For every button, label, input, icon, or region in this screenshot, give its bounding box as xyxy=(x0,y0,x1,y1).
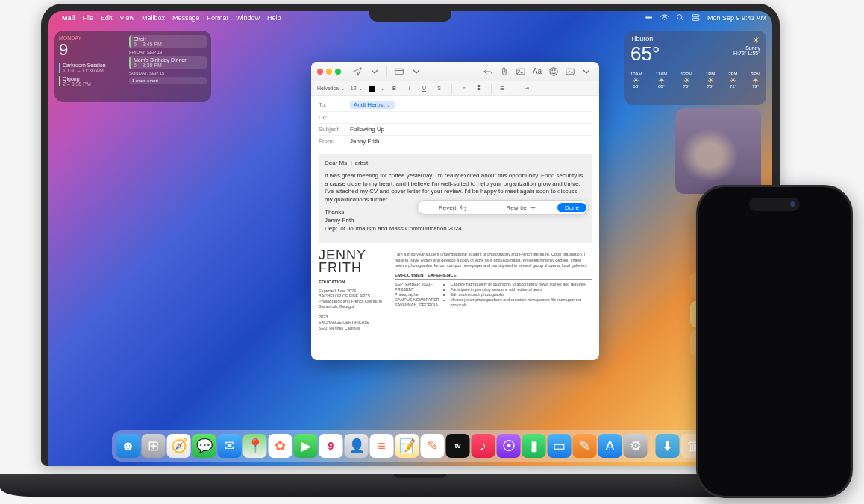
italic-button[interactable]: I xyxy=(405,86,414,91)
dock-pages-icon[interactable]: ✎ xyxy=(573,434,597,458)
body-sig-dept: Dept. of Journalism and Mass Communicati… xyxy=(325,225,462,232)
indent-button[interactable]: ⇥⌄ xyxy=(524,86,533,92)
wifi-icon[interactable] xyxy=(660,13,669,23)
menu-mailbox[interactable]: Mailbox xyxy=(142,14,165,22)
photos-widget[interactable] xyxy=(675,108,761,194)
battery-icon[interactable] xyxy=(645,13,653,23)
bold-button[interactable]: B xyxy=(390,86,399,91)
calendar-day-header: SUNDAY, SEP 15 xyxy=(129,71,207,75)
underline-button[interactable]: U xyxy=(420,86,429,91)
dock-separator xyxy=(651,435,652,456)
close-button[interactable] xyxy=(317,69,323,75)
calendar-event: Darkroom Session 10:30 – 11:30 AM xyxy=(59,63,126,73)
font-size: 12 xyxy=(351,86,357,91)
emoji-icon[interactable] xyxy=(547,66,560,78)
resume-education: Expected June 2024 BACHELOR OF FINE ARTS… xyxy=(319,289,386,331)
calendar-widget[interactable]: MONDAY 9 Darkroom Session 10:30 – 11:30 … xyxy=(54,31,211,102)
menu-view[interactable]: View xyxy=(120,14,134,22)
cc-row[interactable]: Cc: xyxy=(319,112,592,124)
body-greeting: Dear Ms. Herbst, xyxy=(325,160,586,168)
calendar-more[interactable]: 1 more event xyxy=(129,77,207,84)
align-button[interactable]: ≡ xyxy=(460,86,469,91)
svg-point-16 xyxy=(554,69,555,70)
svg-point-3 xyxy=(677,14,682,19)
menu-window[interactable]: Window xyxy=(236,14,260,22)
resume-emp-bullets: Capture high-quality photographs to acco… xyxy=(451,282,592,309)
dock-facetime-icon[interactable]: ▶ xyxy=(294,434,318,458)
dock-downloads-icon[interactable]: ⬇ xyxy=(656,434,680,458)
dock-calendar-icon[interactable]: 9 xyxy=(319,434,343,458)
font-size-select[interactable]: 12⌄ xyxy=(351,86,363,91)
chevron-down-icon[interactable] xyxy=(580,66,593,78)
send-icon[interactable] xyxy=(351,66,364,78)
calendar-event: Choir6 – 8:45 PM xyxy=(129,35,207,48)
header-fields-icon[interactable] xyxy=(392,66,406,78)
weather-hour: 3PM☀73° xyxy=(751,72,760,89)
menubar-datetime[interactable]: Mon Sep 9 9:41 AM xyxy=(707,14,766,22)
chevron-down-icon[interactable] xyxy=(368,66,381,78)
menu-edit[interactable]: Edit xyxy=(101,14,113,22)
format-icon[interactable]: Aa xyxy=(530,66,544,78)
sparkle-icon xyxy=(530,204,536,211)
attach-icon[interactable] xyxy=(498,66,511,78)
dock-numbers-icon[interactable]: ▮ xyxy=(522,434,546,458)
svg-rect-6 xyxy=(692,18,699,20)
iphone-device xyxy=(696,185,853,498)
mail-body[interactable]: Dear Ms. Herbst, It was great meeting fo… xyxy=(319,154,592,243)
dock-settings-icon[interactable]: ⚙ xyxy=(624,434,648,458)
zoom-button[interactable] xyxy=(335,69,341,75)
calendar-day-header: FRIDAY, SEP 13 xyxy=(129,50,207,54)
calendar-event: Mom's Birthday Dinner6 – 9:30 PM xyxy=(129,56,207,69)
photo-icon[interactable] xyxy=(514,66,528,78)
weather-hour: 12PM☀70° xyxy=(680,72,692,89)
dock-appstore-icon[interactable]: A xyxy=(598,434,622,458)
control-center-icon[interactable] xyxy=(692,13,700,23)
dock-keynote-icon[interactable]: ▭ xyxy=(548,434,572,458)
weather-widget[interactable]: Tiburon 65° ☀ Sunny H:72° L:55° 10AM☀68°… xyxy=(624,31,766,105)
menu-message[interactable]: Message xyxy=(172,14,200,22)
window-traffic-lights xyxy=(317,69,341,75)
dock-tv-icon[interactable]: tv xyxy=(446,434,470,458)
dock-contacts-icon[interactable]: 👤 xyxy=(345,434,369,458)
dock-maps-icon[interactable]: 📍 xyxy=(243,434,267,458)
reply-icon[interactable] xyxy=(481,66,495,78)
desktop-screen: Mail FileEditViewMailboxMessageFormatWin… xyxy=(48,11,772,466)
color-swatch[interactable] xyxy=(369,86,375,92)
list-button[interactable]: ☰⌄ xyxy=(499,86,508,92)
subject-value: Following Up xyxy=(350,126,384,133)
dock-safari-icon[interactable]: 🧭 xyxy=(167,434,191,458)
media-browser-icon[interactable] xyxy=(563,66,577,78)
dock-photos-icon[interactable]: ✿ xyxy=(269,434,292,458)
weather-condition: Sunny xyxy=(733,45,760,51)
align-button[interactable]: ≣ xyxy=(475,86,483,92)
strike-button[interactable]: S xyxy=(435,86,444,91)
menu-format[interactable]: Format xyxy=(207,14,228,22)
rewrite-button[interactable]: Rewrite xyxy=(486,204,555,211)
resume-bullet: Participate in planning sessions with ed… xyxy=(451,287,592,292)
menu-file[interactable]: File xyxy=(83,14,94,22)
app-menu[interactable]: Mail xyxy=(62,14,75,22)
dock-mail-icon[interactable]: ✉ xyxy=(218,434,242,458)
done-button[interactable]: Done xyxy=(557,203,586,212)
calendar-day-label: MONDAY xyxy=(59,35,126,40)
dock-reminders-icon[interactable]: ≡ xyxy=(370,434,394,458)
menu-help[interactable]: Help xyxy=(267,14,281,22)
from-row[interactable]: From: Jenny Frith xyxy=(319,136,592,147)
minimize-button[interactable] xyxy=(326,69,332,75)
subject-row[interactable]: Subject: Following Up xyxy=(319,124,592,136)
dock-notes-icon[interactable]: 📝 xyxy=(395,434,419,458)
revert-button[interactable]: Revert xyxy=(418,204,486,211)
mail-compose-window: Aa Helvetica⌄ 12⌄ ⌄ B I U S ≡ ≣ ☰⌄ xyxy=(311,62,599,360)
dock-finder-icon[interactable]: ☻ xyxy=(116,434,140,458)
svg-point-14 xyxy=(550,67,557,75)
chevron-down-icon[interactable] xyxy=(410,66,423,78)
search-icon[interactable] xyxy=(676,13,684,23)
dock-messages-icon[interactable]: 💬 xyxy=(192,434,216,458)
recipient-pill[interactable]: Andi Herbst xyxy=(350,101,395,109)
dock-freeform-icon[interactable]: ✎ xyxy=(421,434,445,458)
dock-music-icon[interactable]: ♪ xyxy=(472,434,495,458)
font-select[interactable]: Helvetica⌄ xyxy=(317,86,345,91)
dock-launchpad-icon[interactable]: ⊞ xyxy=(142,434,166,458)
dock-podcasts-icon[interactable]: ⦿ xyxy=(497,434,521,458)
format-bar: Helvetica⌄ 12⌄ ⌄ B I U S ≡ ≣ ☰⌄ ⇥⌄ xyxy=(311,81,599,96)
